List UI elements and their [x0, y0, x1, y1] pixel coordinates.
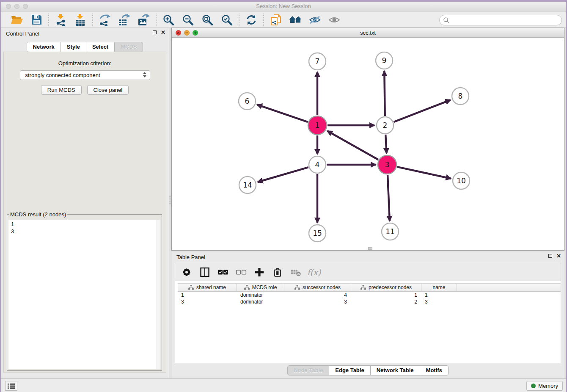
- memory-label: Memory: [538, 383, 558, 389]
- result-scrollbar[interactable]: [156, 220, 160, 369]
- deselect-all-columns-icon[interactable]: [236, 267, 247, 278]
- hide-selected-eye-slash-icon[interactable]: [308, 13, 322, 27]
- column-header-shared-name[interactable]: shared name: [178, 284, 237, 291]
- export-network-icon[interactable]: [98, 13, 112, 27]
- task-history-button[interactable]: [5, 381, 17, 391]
- table-row[interactable]: 3 dominator 3 2 3: [178, 298, 561, 305]
- delete-table-icon-disabled: [290, 267, 301, 278]
- memory-button[interactable]: Memory: [526, 381, 563, 391]
- optimization-criterion-label: Optimization criterion:: [4, 60, 166, 66]
- column-header-name[interactable]: name: [421, 284, 457, 291]
- tree-attribute-icon: [244, 285, 250, 290]
- control-panel: Control Panel ✕ Network Style Select MCD…: [1, 28, 169, 378]
- tab-mcds[interactable]: MCDS: [115, 42, 143, 52]
- column-header-successor-nodes[interactable]: successor nodes: [284, 284, 351, 291]
- open-session-icon[interactable]: [10, 13, 24, 27]
- tree-attribute-icon: [361, 285, 366, 290]
- node-label-14: 14: [243, 181, 252, 189]
- edge-3-11[interactable]: [388, 175, 390, 221]
- tab-select[interactable]: Select: [86, 42, 115, 52]
- select-all-columns-icon[interactable]: [217, 267, 228, 278]
- table-panel-title: Table Panel: [176, 254, 205, 260]
- tab-motifs[interactable]: Motifs: [420, 365, 449, 375]
- edge-1-6[interactable]: [257, 105, 308, 122]
- show-all-eye-icon[interactable]: [328, 13, 341, 27]
- zoom-out-icon[interactable]: [181, 13, 195, 27]
- canvas-scroll-grip[interactable]: [368, 247, 372, 250]
- tab-network-table[interactable]: Network Table: [371, 365, 420, 375]
- node-label-11: 11: [385, 227, 395, 236]
- mcds-panel: Optimization criterion: strongly connect…: [3, 52, 166, 373]
- tab-network[interactable]: Network: [27, 42, 61, 52]
- close-table-panel-icon[interactable]: ✕: [556, 254, 561, 258]
- node-label-2: 2: [383, 121, 388, 130]
- delete-column-trash-icon[interactable]: [272, 267, 283, 278]
- node-table: shared name MCDS role successor nodes pr…: [175, 283, 561, 305]
- edge-3-10[interactable]: [397, 167, 451, 179]
- clone-network-icon[interactable]: [269, 13, 283, 27]
- table-settings-gear-icon[interactable]: [181, 267, 192, 278]
- control-panel-header: Control Panel ✕: [1, 28, 169, 39]
- network-canvas[interactable]: 1234678910111415: [172, 38, 564, 250]
- mcds-result-box: MCDS result (2 nodes) 1 3: [7, 211, 162, 371]
- control-panel-title: Control Panel: [6, 30, 39, 37]
- status-bar: Memory: [1, 378, 566, 392]
- function-builder-icon-disabled: f(x): [308, 267, 319, 278]
- node-label-10: 10: [457, 177, 466, 185]
- zoom-in-icon[interactable]: [162, 13, 175, 27]
- import-network-icon[interactable]: [54, 13, 68, 27]
- mcds-result-text[interactable]: 1 3: [8, 220, 160, 369]
- column-header-predecessor-nodes[interactable]: predecessor nodes: [351, 284, 421, 291]
- network-window: scc.txt 1234678910111415: [171, 28, 564, 251]
- select-stepper-icon: [143, 72, 147, 77]
- edge-2-3[interactable]: [385, 135, 386, 153]
- refresh-layout-icon[interactable]: [245, 13, 258, 27]
- tab-edge-table[interactable]: Edge Table: [329, 365, 370, 375]
- zoom-fit-icon[interactable]: [201, 13, 214, 27]
- run-mcds-button[interactable]: Run MCDS: [41, 85, 82, 95]
- edge-2-8[interactable]: [394, 100, 451, 122]
- zoom-selected-icon[interactable]: [220, 13, 234, 27]
- criterion-value: strongly connected component: [25, 72, 100, 78]
- search-field[interactable]: [439, 15, 562, 25]
- table-header-row: shared name MCDS role successor nodes pr…: [178, 283, 561, 292]
- close-panel-button[interactable]: Close panel: [87, 85, 129, 95]
- edge-2-9[interactable]: [384, 71, 385, 116]
- close-panel-icon[interactable]: ✕: [161, 30, 165, 35]
- edge-4-14[interactable]: [258, 167, 308, 182]
- table-row[interactable]: 1 dominator 4 1 1: [178, 292, 561, 298]
- save-session-icon[interactable]: [30, 13, 43, 27]
- tree-attribute-icon: [188, 285, 194, 290]
- node-table-container: f(x) shared name MCDS role successor: [175, 263, 561, 363]
- tab-style[interactable]: Style: [61, 42, 86, 52]
- criterion-select[interactable]: strongly connected component: [20, 70, 150, 80]
- tab-node-table[interactable]: Node Table: [287, 365, 329, 375]
- split-columns-icon[interactable]: [199, 267, 210, 278]
- export-table-icon[interactable]: [118, 13, 131, 27]
- node-label-8: 8: [458, 92, 463, 100]
- search-icon: [443, 17, 450, 24]
- app-window: Session: New Session: [1, 2, 566, 392]
- network-window-titlebar[interactable]: scc.txt: [172, 28, 564, 38]
- network-title: scc.txt: [172, 30, 564, 36]
- main-toolbar: [1, 12, 566, 28]
- add-column-icon[interactable]: [254, 267, 265, 278]
- edge-3-1[interactable]: [328, 131, 379, 160]
- float-panel-icon[interactable]: [153, 30, 157, 34]
- column-header-mcds-role[interactable]: MCDS role: [237, 284, 284, 291]
- tree-attribute-icon: [295, 285, 300, 290]
- memory-status-icon: [531, 384, 536, 388]
- houses-icon[interactable]: [289, 13, 302, 27]
- table-panel-tabs: Node Table Edge Table Network Table Moti…: [171, 365, 564, 375]
- table-panel: Table Panel ✕: [171, 251, 564, 378]
- node-label-1: 1: [315, 121, 320, 130]
- import-table-icon[interactable]: [74, 13, 87, 27]
- splitter-grip[interactable]: [169, 195, 171, 204]
- table-toolbar: f(x): [175, 263, 561, 281]
- network-graph[interactable]: 1234678910111415: [172, 38, 564, 250]
- node-label-3: 3: [385, 160, 390, 169]
- control-panel-tabs: Network Style Select MCDS: [1, 42, 169, 52]
- float-table-panel-icon[interactable]: [548, 254, 552, 258]
- export-image-icon[interactable]: [137, 13, 151, 27]
- search-input[interactable]: [450, 16, 561, 25]
